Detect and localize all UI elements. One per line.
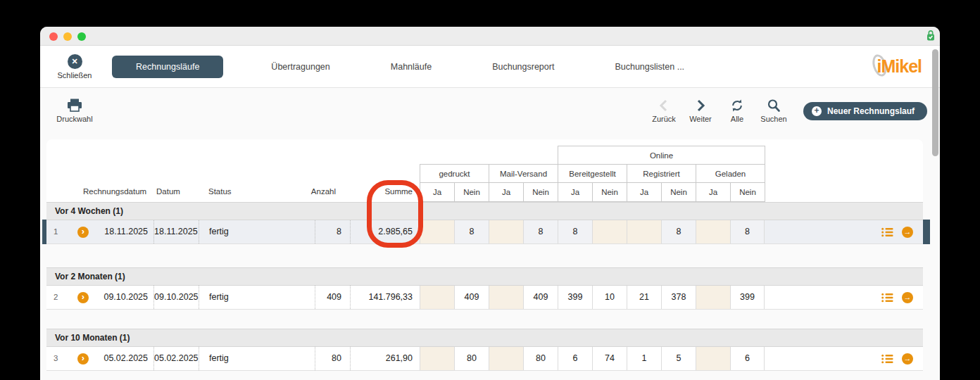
close-window-button[interactable] xyxy=(49,32,58,41)
alle-button[interactable]: Alle xyxy=(719,99,755,123)
col-summe: Summe xyxy=(350,182,413,202)
imikel-logo: iMikel xyxy=(872,56,922,77)
refresh-icon xyxy=(730,99,744,113)
search-icon xyxy=(767,99,781,113)
close-icon: ✕ xyxy=(68,54,82,69)
main-toolbar: ✕ Schließen Rechnungsläufe Übertragungen… xyxy=(40,46,940,88)
group-header-vor-10-monaten[interactable]: Vor 10 Monaten (1) xyxy=(46,329,923,347)
cell-rechnungsdatum: 18.11.2025 xyxy=(97,220,153,243)
section-gap xyxy=(46,244,923,267)
open-run-icon[interactable] xyxy=(902,353,913,365)
tab-buchungslisten[interactable]: Buchungslisten ... xyxy=(596,56,703,77)
list-icon[interactable] xyxy=(881,354,893,364)
col-gedruckt-ja: Ja xyxy=(420,182,455,202)
cell-geladen-ja xyxy=(696,286,730,309)
list-icon[interactable] xyxy=(881,293,893,303)
cell-anzahl: 8 xyxy=(315,220,350,243)
col-bereitgestellt-ja: Ja xyxy=(558,182,593,202)
druckwahl-button[interactable]: Druckwahl xyxy=(53,99,96,123)
alle-label: Alle xyxy=(731,115,743,123)
cell-rechnungsdatum: 05.02.2025 xyxy=(97,347,153,370)
open-run-icon[interactable] xyxy=(902,227,913,238)
tab-rechnungslaeufe[interactable]: Rechnungsläufe xyxy=(112,56,223,78)
cell-mail-nein: 409 xyxy=(523,286,558,309)
cell-anzahl: 80 xyxy=(315,347,350,370)
minimize-window-button[interactable] xyxy=(63,32,72,41)
weiter-label: Weiter xyxy=(689,115,712,123)
app-window: ✕ Schließen Rechnungsläufe Übertragungen… xyxy=(40,27,940,380)
cell-registriert-ja: 1 xyxy=(627,347,661,370)
tab-mahnlaeufe[interactable]: Mahnläufe xyxy=(372,56,450,77)
row-number: 3 xyxy=(46,347,69,370)
row-number: 2 xyxy=(46,286,69,309)
cell-status: fertig xyxy=(199,220,315,243)
cell-gedruckt-nein: 80 xyxy=(454,347,489,370)
col-registriert-nein: Nein xyxy=(661,182,696,202)
cell-mail-ja xyxy=(489,347,523,370)
col-group-geladen: Geladen xyxy=(696,164,765,183)
close-module-label: Schließen xyxy=(58,71,92,80)
list-icon[interactable] xyxy=(881,227,893,237)
col-bereitgestellt-nein: Nein xyxy=(592,182,627,202)
col-geladen-ja: Ja xyxy=(696,182,731,202)
cell-bereitgestellt-nein xyxy=(592,220,627,243)
suchen-label: Suchen xyxy=(760,115,786,123)
col-group-gedruckt: gedruckt xyxy=(420,164,489,183)
row-actions xyxy=(765,220,923,243)
zurueck-button[interactable]: Zurück xyxy=(646,99,682,123)
open-run-icon[interactable] xyxy=(902,292,913,303)
cell-rechnungsdatum: 09.10.2025 xyxy=(97,286,153,309)
cell-registriert-nein: 378 xyxy=(661,286,696,309)
expand-cell[interactable] xyxy=(69,220,97,243)
table-row[interactable]: 3 05.02.2025 05.02.2025 fertig 80 261,90… xyxy=(46,347,923,371)
suchen-button[interactable]: Suchen xyxy=(755,99,792,123)
cell-bereitgestellt-ja: 8 xyxy=(558,220,592,243)
row-actions xyxy=(765,286,923,309)
tab-buchungsreport[interactable]: Buchungsreport xyxy=(474,56,572,77)
chevron-left-icon xyxy=(658,99,670,113)
col-rechnungsdatum: Rechnungsdatum xyxy=(83,182,146,202)
cell-gedruckt-ja xyxy=(420,347,454,370)
lock-verified-icon xyxy=(926,30,936,42)
vertical-scrollbar-thumb[interactable] xyxy=(932,49,938,156)
group-header-vor-4-wochen[interactable]: Vor 4 Wochen (1) xyxy=(46,202,923,220)
cell-geladen-ja xyxy=(696,347,730,370)
cell-mail-ja xyxy=(489,286,523,309)
druckwahl-label: Druckwahl xyxy=(56,115,92,123)
cell-gedruckt-nein: 8 xyxy=(454,220,489,243)
cell-bereitgestellt-nein: 74 xyxy=(592,347,627,370)
expand-arrow-icon[interactable] xyxy=(77,353,89,365)
title-bar xyxy=(40,27,940,46)
cell-registriert-nein: 8 xyxy=(661,220,696,243)
cell-geladen-nein: 399 xyxy=(730,286,765,309)
cell-mail-ja xyxy=(489,220,523,243)
table-row[interactable]: 2 09.10.2025 09.10.2025 fertig 409 141.7… xyxy=(46,286,923,310)
expand-arrow-icon[interactable] xyxy=(77,292,89,303)
col-group-registriert: Registriert xyxy=(627,164,696,183)
expand-cell[interactable] xyxy=(69,347,97,370)
row-number: 1 xyxy=(46,220,69,243)
zoom-window-button[interactable] xyxy=(77,32,86,41)
cell-status: fertig xyxy=(199,286,315,309)
table-header: Online gedruckt Mail-Versand Bereitgeste… xyxy=(46,139,923,202)
group-header-vor-2-monaten[interactable]: Vor 2 Monaten (1) xyxy=(46,267,923,286)
neuer-rechnungslauf-label: Neuer Rechnungslauf xyxy=(827,106,915,116)
table-area: Online gedruckt Mail-Versand Bereitgeste… xyxy=(40,134,940,380)
printer-icon xyxy=(67,99,82,113)
cell-registriert-nein: 5 xyxy=(661,347,696,370)
expand-cell[interactable] xyxy=(69,286,97,309)
expand-arrow-icon[interactable] xyxy=(77,227,89,238)
table-row[interactable]: 1 18.11.2025 18.11.2025 fertig 8 2.985,6… xyxy=(46,220,923,244)
neuer-rechnungslauf-button[interactable]: + Neuer Rechnungslauf xyxy=(803,102,927,120)
col-anzahl: Anzahl xyxy=(301,182,336,202)
cell-status: fertig xyxy=(199,347,315,370)
close-module-button[interactable]: ✕ Schließen xyxy=(53,54,96,80)
action-toolbar: Druckwahl Zurück Weiter A xyxy=(40,88,940,134)
col-mail-nein: Nein xyxy=(523,182,558,202)
tab-uebertragungen[interactable]: Übertragungen xyxy=(253,56,348,77)
weiter-button[interactable]: Weiter xyxy=(682,99,719,123)
cell-registriert-ja: 21 xyxy=(627,286,661,309)
cell-summe: 2.985,65 xyxy=(350,220,420,243)
cell-gedruckt-nein: 409 xyxy=(454,286,489,309)
zurueck-label: Zurück xyxy=(652,115,676,123)
